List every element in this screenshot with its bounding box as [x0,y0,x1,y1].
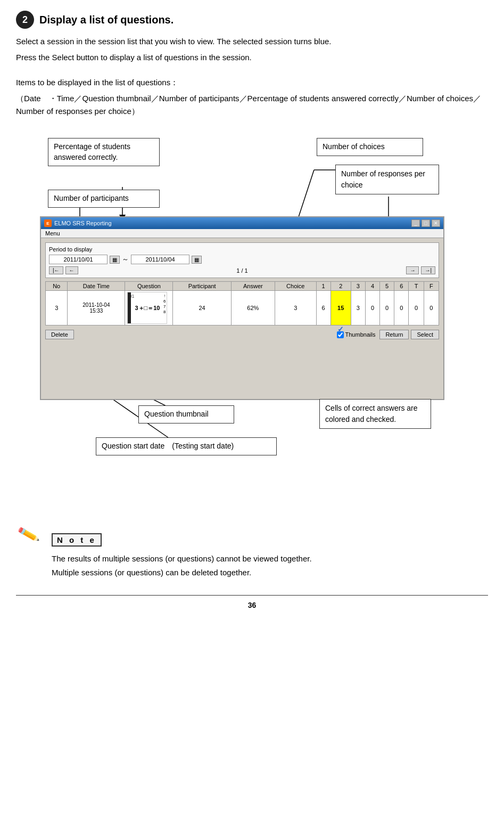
cell-c3: 3 [351,291,365,325]
nav-row: |← ← 1 / 1 → →| [49,266,435,274]
annotation-percentage: Percentage of students answered correctl… [48,138,160,166]
diagram-area: Percentage of students answered correctl… [16,128,488,512]
window-icon: E [44,219,52,227]
intro-line1: Select a session in the session list tha… [16,35,488,48]
col-answer: Answer [231,282,275,291]
col-f: F [424,282,439,291]
select-button[interactable]: Select [411,330,439,339]
note-section: ✏️ N o t e The results of multiple sessi… [16,528,488,579]
annotation-question-thumbnail: Question thumbnail [138,405,234,423]
note-badge: N o t e [52,533,102,547]
tilde-separator: ～ [122,255,129,264]
date-from-input[interactable]: 2011/10/01 [49,255,108,264]
period-section: Period to display 2011/10/01 ▦ ～ 2011/10… [45,242,439,278]
col-2: 2 [331,282,351,291]
question-thumbnail: 01 3＋□＝10 ↑ 6 7 8 [127,292,167,324]
intro-line2: Press the Select button to display a lis… [16,51,488,64]
note-line1: The results of multiple sessions (or que… [52,552,312,566]
col-3: 3 [351,282,365,291]
page-number: 36 [16,595,488,609]
nav-first-button[interactable]: |← [49,266,63,274]
items-detail: （Date ・Time／Question thumbnail／Number of… [16,92,488,118]
col-choice: Choice [275,282,316,291]
cell-c2: 15 ✓ [331,291,351,325]
section-header: 2 Display a list of questions. [16,11,488,29]
window-menubar: Menu [41,229,443,238]
col-question: Question [125,282,173,291]
cell-c6: 0 [394,291,409,325]
maximize-button[interactable]: □ [422,219,430,227]
table-header-row: No Date Time Question Participant Answer… [46,282,439,291]
col-datetime: Date Time [68,282,125,291]
period-row: 2011/10/01 ▦ ～ 2011/10/04 ▦ [49,255,435,264]
window-controls[interactable]: _ □ ✕ [411,219,440,227]
table-row: 3 2011-10-0415:33 01 3＋□＝10 ↑ [46,291,439,325]
cell-participant: 24 [173,291,231,325]
cell-no: 3 [46,291,68,325]
nav-next-button[interactable]: → [406,266,419,274]
window-titlebar: E ELMO SRS Reporting _ □ ✕ [41,217,443,229]
cell-t: 0 [409,291,424,325]
page-indicator: 1 / 1 [80,267,404,274]
col-5: 5 [380,282,394,291]
bottom-bar: Delete Thumbnails Return Select [45,329,439,340]
col-1: 1 [316,282,331,291]
col-6: 6 [394,282,409,291]
calendar-from-button[interactable]: ▦ [110,256,120,264]
note-icon: ✏️ [16,528,45,557]
annotation-cells-correct: Cells of correct answers are colored and… [319,399,431,429]
cell-f: 0 [424,291,439,325]
math-problem: 3＋□＝10 [135,304,160,312]
col-t: T [409,282,424,291]
cell-answer: 62% [231,291,275,325]
cell-question: 01 3＋□＝10 ↑ 6 7 8 [125,291,173,325]
data-table: No Date Time Question Participant Answer… [45,281,439,325]
step-number: 2 [16,11,34,29]
window-content: Period to display 2011/10/01 ▦ ～ 2011/10… [41,238,443,345]
period-label: Period to display [49,246,435,252]
pencil-icon: ✏️ [16,523,40,546]
annotation-number-of-choices: Number of choices [317,138,423,156]
action-buttons: Return Select [379,330,439,339]
section-title: Display a list of questions. [39,14,173,26]
nav-prev-button[interactable]: ← [65,266,78,274]
nav-last-button[interactable]: →| [421,266,435,274]
annotation-number-of-participants: Number of participants [48,190,160,208]
calendar-to-button[interactable]: ▦ [192,256,202,264]
window-title: ELMO SRS Reporting [54,220,411,226]
annotation-question-start-date: Question start date (Testing start date) [96,437,277,455]
date-to-input[interactable]: 2011/10/04 [131,255,189,264]
col-no: No [46,282,68,291]
cell-c5: 0 [380,291,394,325]
note-content: The results of multiple sessions (or que… [52,547,312,579]
close-button[interactable]: ✕ [432,219,440,227]
menu-item-menu[interactable]: Menu [45,230,60,237]
cell-c1: 6 [316,291,331,325]
minimize-button[interactable]: _ [411,219,420,227]
cell-datetime: 2011-10-0415:33 [68,291,125,325]
items-header: Items to be displayed in the list of que… [16,76,488,89]
cell-choice: 3 [275,291,316,325]
thumbnails-label: Thumbnails [345,331,376,338]
cell-c4: 0 [365,291,379,325]
delete-button[interactable]: Delete [45,330,74,339]
note-line2: Multiple sessions (or questions) can be … [52,566,312,580]
return-button[interactable]: Return [379,330,409,339]
screenshot-window: E ELMO SRS Reporting _ □ ✕ Menu Period t… [40,216,444,400]
col-4: 4 [365,282,379,291]
annotation-number-of-responses: Number of responses per choice [335,165,439,194]
col-participant: Participant [173,282,231,291]
